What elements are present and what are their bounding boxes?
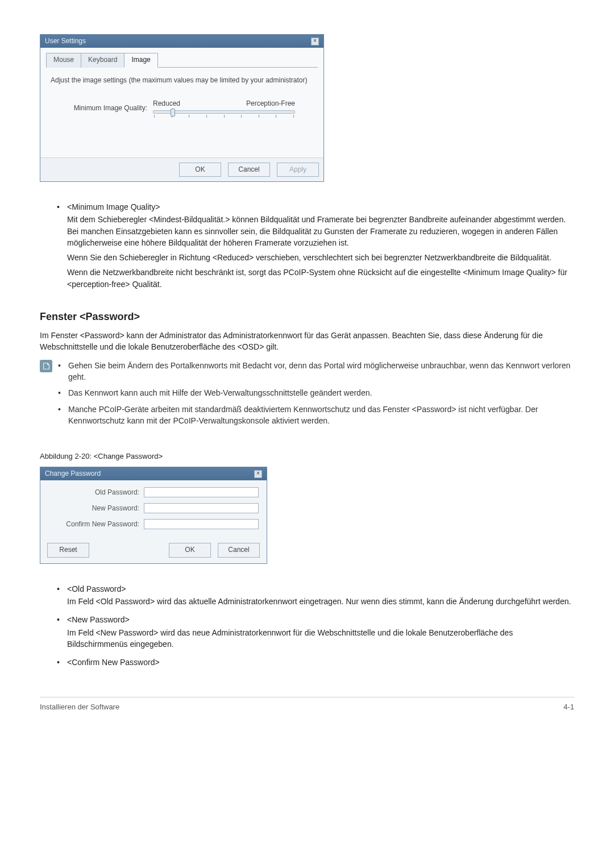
slider-max-label: Perception-Free <box>246 99 295 109</box>
apply-button[interactable]: Apply <box>277 163 319 177</box>
ok-button[interactable]: OK <box>169 543 211 557</box>
old-password-label: Old Password: <box>48 488 139 497</box>
bullet-body: Im Feld <Old Password> wird das aktuelle… <box>67 596 574 607</box>
figure-caption: Abbildung 2-20: <Change Password> <box>40 451 574 462</box>
bullet-title: <New Password> <box>67 614 574 625</box>
new-password-label: New Password: <box>48 504 139 513</box>
close-icon[interactable]: × <box>311 38 319 45</box>
password-bullets: <Old Password> Im Feld <Old Password> wi… <box>57 583 574 668</box>
cancel-button[interactable]: Cancel <box>228 163 270 177</box>
note-icon <box>40 360 52 372</box>
password-section-heading: Fenster <Password> <box>40 309 574 324</box>
change-password-title: Change Password <box>45 469 101 479</box>
slider-thumb[interactable] <box>171 109 175 117</box>
user-settings-window: User Settings × Mouse Keyboard Image Adj… <box>40 34 324 182</box>
note-block: Gehen Sie beim Ändern des Portalkennwort… <box>40 360 574 431</box>
bullet-title: <Old Password> <box>67 583 574 595</box>
list-item: <Minimum Image Quality> Mit dem Schieber… <box>57 201 574 290</box>
footer-right: 4-1 <box>563 702 574 713</box>
bullet-body: Im Feld <New Password> wird das neue Adm… <box>67 627 574 650</box>
old-password-field[interactable] <box>144 487 259 497</box>
image-settings-description: Adjust the image settings (the maximum v… <box>51 76 313 85</box>
tab-image[interactable]: Image <box>124 53 157 67</box>
change-password-window: Change Password × Old Password: New Pass… <box>40 467 267 564</box>
list-item: Gehen Sie beim Ändern des Portalkennwort… <box>58 360 574 383</box>
note-list: Gehen Sie beim Ändern des Portalkennwort… <box>58 360 574 431</box>
reset-button[interactable]: Reset <box>47 543 89 557</box>
user-settings-titlebar: User Settings × <box>40 35 323 48</box>
list-item: <New Password> Im Feld <New Password> wi… <box>57 614 574 650</box>
user-settings-title: User Settings <box>45 36 86 46</box>
confirm-password-label: Confirm New Password: <box>48 520 139 529</box>
slider-track[interactable] <box>153 110 295 114</box>
footer-left: Installieren der Software <box>40 702 119 713</box>
cancel-button[interactable]: Cancel <box>218 543 260 557</box>
bullet-body: Mit dem Schieberegler <Mindest-Bildquali… <box>67 214 574 290</box>
list-item: Manche PCoIP-Geräte arbeiten mit standar… <box>58 404 574 427</box>
slider-min-label: Reduced <box>153 99 180 109</box>
list-item: <Confirm New Password> <box>57 657 574 668</box>
list-item: <Old Password> Im Feld <Old Password> wi… <box>57 583 574 608</box>
new-password-field[interactable] <box>144 503 259 513</box>
password-section-lead: Im Fenster <Password> kann der Administr… <box>40 330 574 353</box>
page-footer: Installieren der Software 4-1 <box>40 697 574 713</box>
close-icon[interactable]: × <box>254 470 262 478</box>
min-image-quality-slider[interactable]: Reduced Perception-Free <box>153 99 295 117</box>
min-image-quality-label: Minimum Image Quality: <box>51 103 147 113</box>
tabs: Mouse Keyboard Image <box>46 52 318 67</box>
dialog-button-row: OK Cancel Apply <box>40 157 323 181</box>
ok-button[interactable]: OK <box>179 163 221 177</box>
image-quality-bullets: <Minimum Image Quality> Mit dem Schieber… <box>57 201 574 290</box>
list-item: Das Kennwort kann auch mit Hilfe der Web… <box>58 387 574 398</box>
bullet-title: <Confirm New Password> <box>67 657 574 668</box>
change-password-titlebar: Change Password × <box>40 467 267 480</box>
tab-keyboard[interactable]: Keyboard <box>81 53 125 67</box>
confirm-password-field[interactable] <box>144 519 259 529</box>
bullet-title: <Minimum Image Quality> <box>67 201 574 213</box>
tab-mouse[interactable]: Mouse <box>46 53 81 67</box>
